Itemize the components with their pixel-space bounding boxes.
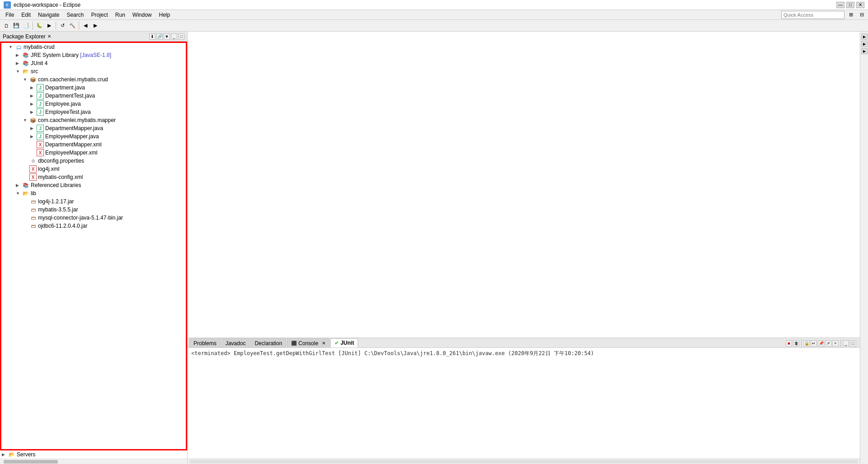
arrow-src: ▼	[16, 69, 22, 74]
clear-console-button[interactable]: 🗑	[793, 340, 799, 347]
save-button[interactable]: 💾	[12, 21, 21, 30]
collapse-all-button[interactable]: ⬇	[149, 33, 156, 40]
log4j-xml-icon: X	[29, 165, 37, 173]
back-button[interactable]: ◀	[81, 21, 90, 30]
tree-item-mybatis-config-xml[interactable]: X mybatis-config.xml	[1, 173, 186, 181]
hscroll-thumb[interactable]	[4, 460, 58, 464]
arrow-servers: ▶	[2, 452, 8, 457]
tree-item-departmenttest-java[interactable]: ▶ J DepartmentTest.java	[1, 92, 186, 100]
minimize-button[interactable]: —	[836, 2, 844, 8]
customize-perspective-button[interactable]: ⊟	[857, 10, 866, 19]
bottom-tabs-left: Problems Javadoc Declaration ⬛ Console ✕	[189, 338, 358, 347]
right-strip-btn-2[interactable]: ▶	[861, 41, 868, 47]
menu-bar: File Edit Navigate Search Project Run Wi…	[0, 10, 868, 20]
menu-search[interactable]: Search	[63, 11, 87, 19]
menu-edit[interactable]: Edit	[18, 11, 34, 19]
menu-navigate[interactable]: Navigate	[34, 11, 63, 19]
tree-item-pkg1[interactable]: ▼ 📦 com.caochenlei.mybatis.crud	[1, 75, 186, 84]
right-strip-btn-1[interactable]: ▶	[861, 33, 868, 40]
open-console-button[interactable]: ↗	[825, 340, 831, 347]
tab-problems[interactable]: Problems	[189, 338, 221, 347]
maximize-panel-button[interactable]: □	[178, 33, 184, 40]
maximize-button[interactable]: □	[846, 2, 854, 8]
label-mysql-jar: mysql-connector-java-5.1.47-bin.jar	[38, 215, 123, 221]
stop-button[interactable]: ■	[786, 340, 792, 347]
title-bar: e eclipse-workspace - Eclipse — □ ✕	[0, 0, 868, 10]
mybatis-config-xml-icon: X	[29, 173, 37, 181]
employeemapper-java-icon: J	[37, 133, 44, 140]
quick-access-input[interactable]	[781, 11, 844, 19]
console-new-button[interactable]: +	[832, 340, 839, 347]
tree-item-reflib[interactable]: ▶ 📚 Referenced Libraries	[1, 181, 186, 189]
title-bar-controls: — □ ✕	[836, 2, 864, 8]
toolbar-separator-1	[33, 22, 33, 30]
minimize-panel-button[interactable]: _	[171, 33, 177, 40]
minimize-bottom-button[interactable]: _	[843, 340, 849, 347]
tab-console[interactable]: ⬛ Console ✕	[287, 338, 330, 347]
junit-icon: ✔	[335, 340, 339, 346]
tree-item-lib[interactable]: ▼ 📂 lib	[1, 189, 186, 197]
arrow-departmentmapper-java: ▶	[30, 126, 37, 131]
right-strip-btn-3[interactable]: ▶	[861, 48, 868, 54]
menu-window[interactable]: Window	[129, 11, 156, 19]
menu-help[interactable]: Help	[156, 11, 174, 19]
tree-item-dbconfig[interactable]: ⚙ dbconfig.properties	[1, 157, 186, 165]
tab-junit[interactable]: ✔ JUnit	[330, 338, 358, 347]
package-explorer-close[interactable]: ✕	[47, 34, 51, 39]
bottom-panel: Problems Javadoc Declaration ⬛ Console ✕	[188, 337, 860, 464]
tree-item-department-java[interactable]: ▶ J Department.java	[1, 84, 186, 92]
tree-item-employee-java[interactable]: ▶ J Employee.java	[1, 100, 186, 108]
departmenttest-java-icon: J	[37, 92, 44, 99]
run-button[interactable]: ▶	[45, 21, 54, 30]
save-all-button[interactable]: 📑	[22, 21, 31, 30]
open-perspective-button[interactable]: ⊞	[846, 10, 855, 19]
tab-declaration[interactable]: Declaration	[250, 338, 286, 347]
new-button[interactable]: 🗋	[2, 21, 11, 30]
close-button[interactable]: ✕	[856, 2, 864, 8]
tree-item-junit4[interactable]: ▶ 📚 JUnit 4	[1, 59, 186, 67]
tab-junit-label: JUnit	[340, 340, 354, 346]
tab-console-close[interactable]: ✕	[322, 341, 326, 346]
employee-java-icon: J	[37, 100, 44, 108]
build-button[interactable]: 🔨	[68, 21, 77, 30]
tree-item-log4j-jar[interactable]: 🗃 log4j-1.2.17.jar	[1, 197, 186, 206]
menu-file[interactable]: File	[2, 11, 18, 19]
label-log4j-xml: log4j.xml	[38, 166, 59, 172]
forward-button[interactable]: ▶	[91, 21, 100, 30]
jre-icon: 📚	[22, 52, 29, 59]
pin-console-button[interactable]: 📌	[818, 340, 824, 347]
menu-project[interactable]: Project	[87, 11, 111, 19]
tree-item-departmentmapper-xml[interactable]: X DepartmentMapper.xml	[1, 141, 186, 149]
tree-horizontal-scrollbar[interactable]	[0, 459, 187, 464]
scroll-lock-button[interactable]: 🔒	[803, 340, 810, 347]
tree-item-employeemapper-java[interactable]: ▶ J EmployeeMapper.java	[1, 132, 186, 141]
scroll-track[interactable]	[189, 460, 858, 464]
editor-area	[188, 32, 860, 337]
tree-item-mybatis-jar[interactable]: 🗃 mybatis-3.5.5.jar	[1, 206, 186, 214]
tree-item-pkg2[interactable]: ▼ 📦 com.caochenlei.mybatis.mapper	[1, 116, 186, 124]
refresh-button[interactable]: ↺	[58, 21, 67, 30]
package-explorer-title: Package Explorer	[3, 33, 46, 40]
tree-item-src[interactable]: ▼ 📂 src	[1, 67, 186, 75]
tree-item-ojdbc-jar[interactable]: 🗃 ojdbc6-11.2.0.4.0.jar	[1, 222, 186, 230]
servers-item[interactable]: ▶ 📂 Servers	[0, 450, 187, 459]
package-explorer-tree[interactable]: ▼ 🗂 mybatis-crud ▶ 📚 JRE System Library …	[0, 42, 187, 450]
tree-item-employeetest-java[interactable]: ▶ J EmployeeTest.java	[1, 108, 186, 116]
tree-item-log4j-xml[interactable]: X log4j.xml	[1, 165, 186, 173]
link-with-editor-button[interactable]: 🔗	[156, 33, 163, 40]
tab-javadoc[interactable]: Javadoc	[222, 338, 250, 347]
arrow-pkg2: ▼	[23, 118, 29, 122]
debug-button[interactable]: 🐛	[35, 21, 44, 30]
bottom-scrollbar[interactable]	[188, 459, 860, 464]
ojdbc-jar-icon: 🗃	[29, 222, 37, 230]
tree-item-departmentmapper-java[interactable]: ▶ J DepartmentMapper.java	[1, 124, 186, 132]
word-wrap-button[interactable]: ↵	[811, 340, 817, 347]
menu-run[interactable]: Run	[112, 11, 129, 19]
tree-item-mysql-jar[interactable]: 🗃 mysql-connector-java-5.1.47-bin.jar	[1, 214, 186, 222]
label-departmentmapper-java: DepartmentMapper.java	[45, 125, 103, 131]
tree-item-mybatis-crud[interactable]: ▼ 🗂 mybatis-crud	[1, 43, 186, 51]
tree-item-jre[interactable]: ▶ 📚 JRE System Library [JavaSE-1.8]	[1, 51, 186, 59]
tree-item-employeemapper-xml[interactable]: X EmployeeMapper.xml	[1, 149, 186, 157]
maximize-bottom-button[interactable]: □	[850, 340, 856, 347]
view-menu-button[interactable]: ▼	[164, 33, 170, 40]
